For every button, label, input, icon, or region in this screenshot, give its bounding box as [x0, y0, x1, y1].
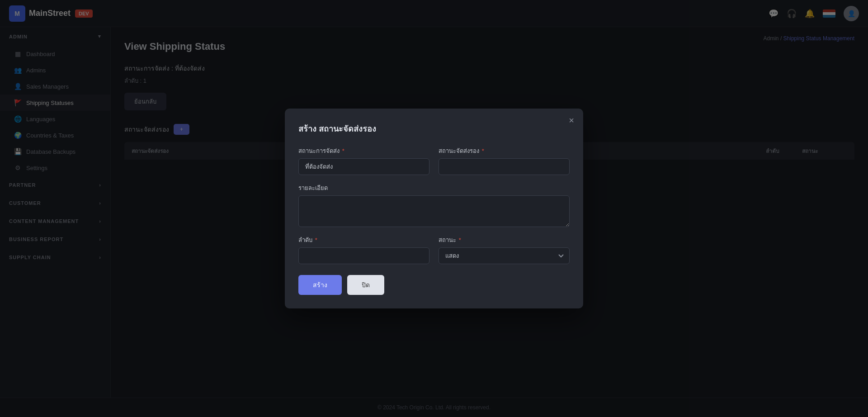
modal-title: สร้าง สถานะจัดส่งรอง	[298, 122, 570, 135]
modal-actions: สร้าง ปิด	[298, 275, 570, 295]
shipping-status-label: สถานะการจัดส่ง *	[298, 146, 429, 156]
form-group-shipping-status: สถานะการจัดส่ง *	[298, 146, 429, 175]
modal-close-button[interactable]: ×	[569, 116, 574, 125]
status-field-label: สถานะ *	[439, 235, 570, 245]
modal: สร้าง สถานะจัดส่งรอง × สถานะการจัดส่ง * …	[285, 109, 583, 308]
required-star-3: *	[315, 237, 317, 243]
detail-textarea[interactable]	[298, 195, 570, 227]
form-group-sub-status: สถานะจัดส่งรอง *	[439, 146, 570, 175]
form-row-1: สถานะการจัดส่ง * สถานะจัดส่งรอง *	[298, 146, 570, 175]
close-button[interactable]: ปิด	[347, 275, 384, 295]
shipping-status-input[interactable]	[298, 158, 429, 175]
order-input[interactable]	[298, 247, 429, 264]
sub-status-input[interactable]	[439, 158, 570, 175]
required-star: *	[342, 147, 344, 154]
form-group-status: สถานะ * แสดง ซ่อน	[439, 235, 570, 264]
form-row-2: รายละเอียด	[298, 183, 570, 227]
detail-label: รายละเอียด	[298, 183, 570, 193]
create-button[interactable]: สร้าง	[298, 275, 342, 295]
required-star-2: *	[482, 147, 484, 154]
status-select[interactable]: แสดง ซ่อน	[439, 247, 570, 264]
order-field-label: ลำดับ *	[298, 235, 429, 245]
required-star-4: *	[459, 237, 461, 243]
sub-status-label: สถานะจัดส่งรอง *	[439, 146, 570, 156]
form-group-order: ลำดับ *	[298, 235, 429, 264]
form-group-detail: รายละเอียด	[298, 183, 570, 227]
modal-overlay[interactable]: สร้าง สถานะจัดส่งรอง × สถานะการจัดส่ง * …	[0, 0, 868, 417]
form-row-3: ลำดับ * สถานะ * แสดง ซ่อน	[298, 235, 570, 264]
